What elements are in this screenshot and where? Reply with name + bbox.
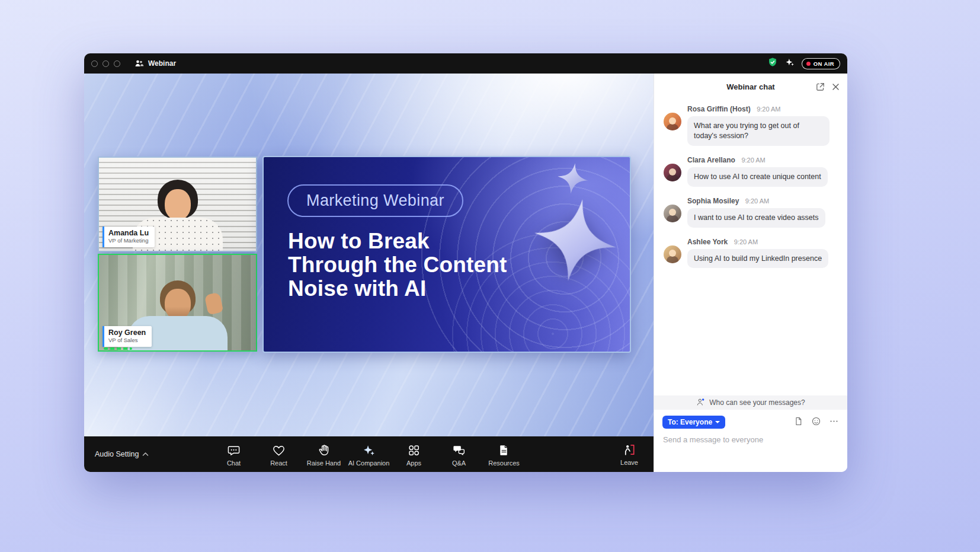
more-options-icon[interactable] [829, 416, 839, 429]
message-sender: Ashlee York [687, 238, 728, 246]
composer-toolbar: To: Everyone [654, 410, 847, 429]
slide-badge: Marketing Webinar [287, 184, 463, 217]
person-visibility-icon [696, 397, 706, 409]
message-sender: Clara Arellano [687, 156, 735, 164]
webinar-app-window: Webinar ON AIR [84, 53, 847, 472]
chat-title: Webinar chat [726, 82, 774, 91]
name-tag-amanda: Amanda Lu VP of Marketing [103, 226, 155, 247]
heart-icon [272, 443, 286, 458]
video-stage: Amanda Lu VP of Marketing Roy Green VP o… [84, 74, 654, 436]
chat-header: Webinar chat [654, 74, 847, 100]
emoji-icon[interactable] [811, 416, 821, 429]
ai-companion-status-icon[interactable] [784, 57, 795, 70]
message-bubble: What are you trying to get out of today'… [687, 116, 830, 146]
window-control-minimize[interactable] [103, 60, 109, 67]
window-control-close[interactable] [91, 60, 98, 67]
participant-video-roy[interactable]: Roy Green VP of Sales [98, 254, 257, 352]
window-control-maximize[interactable] [114, 60, 120, 67]
chat-message: Clara Arellano 9:20 AM How to use AI to … [664, 154, 838, 187]
meeting-toolbar: Audio Setting Chat [84, 436, 654, 472]
qa-bubbles-icon [452, 443, 466, 458]
chat-message-list[interactable]: Rosa Griffin (Host) 9:20 AM What are you… [654, 100, 847, 395]
participant-role: VP of Marketing [108, 237, 149, 244]
avatar-rosa [664, 113, 681, 130]
audio-setting-button[interactable]: Audio Setting [95, 450, 149, 458]
slide-title: How to Break Through the Content Noise w… [288, 229, 555, 301]
app-identity: Webinar [134, 59, 176, 68]
raised-hand-icon [317, 443, 331, 458]
avatar-ashlee [664, 245, 681, 263]
on-air-dot [806, 62, 811, 66]
qa-button[interactable]: Q&A [439, 442, 479, 467]
recipient-selector[interactable]: To: Everyone [662, 416, 725, 429]
message-visibility-note[interactable]: Who can see your messages? [654, 395, 847, 410]
message-sender: Sophia Mosiley [687, 197, 739, 205]
ai-sparkle-icon [362, 443, 376, 458]
leave-button[interactable]: Leave [620, 443, 638, 466]
participant-role: VP of Sales [108, 337, 146, 344]
chat-message: Rosa Griffin (Host) 9:20 AM What are you… [664, 103, 838, 146]
resources-button[interactable]: Resources [484, 442, 524, 467]
chat-bottom-padding [654, 445, 847, 472]
participant-name: Roy Green [108, 328, 146, 337]
react-button[interactable]: React [259, 442, 299, 467]
message-time: 9:20 AM [757, 106, 780, 113]
title-bar: Webinar ON AIR [84, 53, 847, 74]
security-shield-icon[interactable] [767, 57, 778, 70]
chat-button[interactable]: Chat [214, 442, 254, 467]
message-bubble: I want to use AI to create video assets [687, 208, 825, 228]
message-input[interactable] [663, 435, 838, 444]
apps-icon [407, 443, 421, 458]
close-icon[interactable] [831, 82, 840, 91]
window-title: Webinar [148, 59, 176, 68]
participant-video-amanda[interactable]: Amanda Lu VP of Marketing [98, 157, 257, 252]
chevron-up-icon [142, 450, 149, 458]
chat-panel: Webinar chat Rosa Griffin (Host) [654, 74, 847, 472]
attach-file-icon[interactable] [793, 416, 803, 429]
raise-hand-button[interactable]: Raise Hand [304, 442, 344, 467]
avatar-clara [664, 164, 681, 181]
chevron-down-icon [715, 421, 720, 423]
message-time: 9:20 AM [734, 238, 758, 245]
message-sender: Rosa Griffin (Host) [687, 105, 751, 113]
chat-bubble-icon [227, 443, 241, 458]
on-air-badge: ON AIR [802, 58, 840, 69]
message-time: 9:20 AM [741, 157, 765, 164]
name-tag-roy: Roy Green VP of Sales [103, 326, 152, 347]
avatar-sophia [664, 205, 681, 222]
webinar-app-icon [134, 59, 144, 68]
leave-door-icon [623, 443, 636, 457]
window-controls [91, 60, 120, 67]
document-icon [497, 443, 511, 458]
shared-slide: Marketing Webinar How to Break Through t… [262, 156, 631, 353]
participant-name: Amanda Lu [108, 229, 149, 237]
message-bubble: How to use AI to create unique content [687, 167, 828, 187]
chat-message: Sophia Mosiley 9:20 AM I want to use AI … [664, 195, 838, 228]
message-time: 9:20 AM [745, 197, 769, 205]
audio-level-indicator [104, 347, 132, 350]
message-bubble: Using AI to build my LinkedIn presence [687, 249, 828, 269]
ai-companion-button[interactable]: AI Companion [349, 442, 389, 467]
apps-button[interactable]: Apps [394, 442, 434, 467]
chat-message: Ashlee York 9:20 AM Using AI to build my… [664, 236, 838, 269]
pop-out-icon[interactable] [815, 82, 825, 92]
slide-star-shape-small [556, 161, 591, 196]
